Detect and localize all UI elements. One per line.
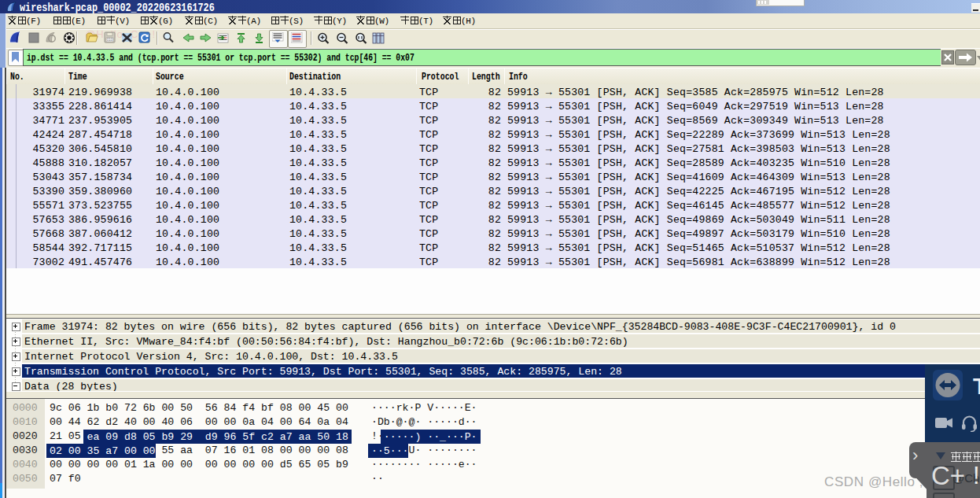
svg-text:010: 010 — [107, 38, 113, 42]
